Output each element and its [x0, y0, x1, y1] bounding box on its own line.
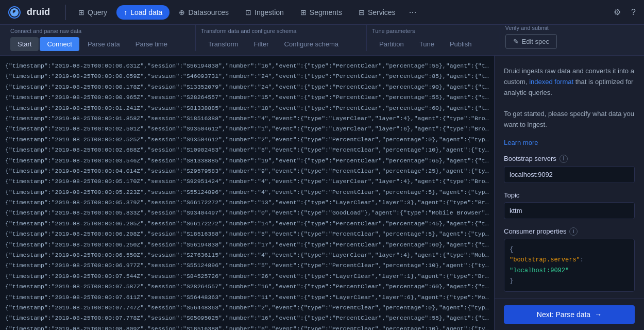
nav-label-query: Query: [88, 8, 107, 16]
wizard-divider-3: [500, 25, 500, 51]
data-line: {"timestamp":"2019-08-25T00:00:00.031Z",…: [5, 61, 489, 71]
top-nav: druid ⊞ Query ↑ Load data ⊕ Datasources …: [0, 0, 644, 25]
data-line: {"timestamp":"2019-08-25T00:00:00.178Z",…: [5, 82, 489, 92]
data-line: {"timestamp":"2019-08-25T00:00:07.778Z",…: [5, 313, 489, 323]
nav-divider: [65, 5, 66, 20]
topic-label: Topic: [504, 191, 635, 199]
edit-spec-label: Edit spec: [522, 38, 549, 45]
data-line: {"timestamp":"2019-08-25T00:00:00.059Z",…: [5, 71, 489, 81]
data-line: {"timestamp":"2019-08-25T00:00:06.977Z",…: [5, 260, 489, 271]
indexed-format-link[interactable]: indexed format: [529, 78, 573, 86]
next-btn-arrow: →: [595, 310, 602, 319]
wizard-steps-tune: Partition Tune Publish: [372, 37, 479, 51]
services-icon: ⊟: [359, 8, 365, 16]
wizard-section-verify: Verify and submit ✎ Edit spec: [505, 25, 572, 51]
nav-item-query[interactable]: ⊞ Query: [71, 5, 114, 20]
main-content: {"timestamp":"2019-08-25T00:00:00.031Z",…: [0, 56, 644, 330]
logo-area[interactable]: druid: [6, 4, 50, 21]
wizard-step-start[interactable]: Start: [10, 37, 39, 51]
wizard-step-configure-schema[interactable]: Configure schema: [277, 37, 346, 51]
bootstrap-label-text: Bootstrap servers: [504, 155, 556, 162]
section-connect-label: Connect and parse raw data: [10, 28, 81, 34]
wizard-header: Connect and parse raw data Start Connect…: [0, 25, 644, 56]
nav-label-datasources: Datasources: [188, 8, 229, 16]
nav-item-ingestion[interactable]: ⊡ Ingestion: [238, 5, 291, 20]
nav-label-segments: Segments: [310, 8, 342, 16]
topic-field: Topic: [504, 191, 635, 219]
data-line: {"timestamp":"2019-08-25T00:00:01.241Z",…: [5, 103, 489, 113]
section-verify-label: Verify and submit: [505, 25, 549, 31]
bootstrap-input[interactable]: [504, 166, 635, 183]
code-open-brace: {: [510, 244, 629, 255]
load-data-icon: ↑: [124, 8, 127, 16]
bottom-bar: Next: Parse data →: [495, 299, 644, 330]
wizard-steps-transform: Transform Filter Configure schema: [201, 37, 346, 51]
nav-item-services[interactable]: ⊟ Services: [351, 5, 403, 20]
nav-item-segments[interactable]: ⊞ Segments: [293, 5, 349, 20]
topic-input[interactable]: [504, 202, 635, 219]
info-text-3: To get started, please specify what data…: [504, 110, 634, 128]
wizard-step-tune[interactable]: Tune: [412, 37, 442, 51]
wizard-step-transform[interactable]: Transform: [201, 37, 246, 51]
data-line: {"timestamp":"2019-08-25T00:00:07.587Z",…: [5, 282, 489, 292]
wizard-header-inner: Connect and parse raw data Start Connect…: [10, 25, 634, 55]
section-tune-label: Tune parameters: [372, 28, 415, 34]
wizard-step-partition[interactable]: Partition: [372, 37, 411, 51]
wizard-steps-verify: ✎ Edit spec: [505, 34, 557, 51]
data-line: {"timestamp":"2019-08-25T00:00:02.501Z",…: [5, 124, 489, 134]
data-line: {"timestamp":"2019-08-25T00:00:07.747Z",…: [5, 303, 489, 313]
nav-label-services: Services: [368, 8, 396, 16]
data-line: {"timestamp":"2019-08-25T00:00:01.858Z",…: [5, 113, 489, 124]
query-icon: ⊞: [78, 8, 84, 16]
consumer-props-info-icon[interactable]: i: [569, 227, 578, 236]
consumer-props-label-text: Consumer properties: [504, 227, 566, 235]
data-line: {"timestamp":"2019-08-25T00:00:02.525Z",…: [5, 135, 489, 145]
edit-spec-icon: ✎: [513, 38, 519, 45]
data-preview-panel[interactable]: {"timestamp":"2019-08-25T00:00:00.031Z",…: [0, 56, 495, 330]
wizard-section-tune: Tune parameters Partition Tune Publish: [372, 28, 495, 51]
data-line: {"timestamp":"2019-08-25T00:00:00.965Z",…: [5, 92, 489, 103]
wizard-step-publish[interactable]: Publish: [443, 37, 479, 51]
settings-icon[interactable]: ⚙: [612, 5, 623, 19]
nav-item-datasources[interactable]: ⊕ Datasources: [172, 5, 236, 20]
data-line: {"timestamp":"2019-08-25T00:00:07.544Z",…: [5, 271, 489, 282]
wizard-steps-connect: Start Connect Parse data Parse time: [10, 37, 175, 51]
wizard-section-connect: Connect and parse raw data Start Connect…: [10, 28, 190, 51]
next-parse-data-button[interactable]: Next: Parse data →: [504, 305, 635, 324]
data-line: {"timestamp":"2019-08-25T00:00:03.546Z",…: [5, 156, 489, 166]
consumer-props-code[interactable]: { "bootstrap.servers": "localhost:9092" …: [504, 239, 635, 292]
segments-icon: ⊞: [300, 8, 307, 16]
consumer-props-label: Consumer properties i: [504, 227, 635, 236]
data-line: {"timestamp":"2019-08-25T00:00:05.170Z",…: [5, 176, 489, 187]
data-line: {"timestamp":"2019-08-25T00:00:05.379Z",…: [5, 197, 489, 208]
wizard-step-connect[interactable]: Connect: [40, 37, 79, 51]
wizard-divider-1: [195, 25, 196, 51]
learn-more-link[interactable]: Learn more: [504, 139, 635, 146]
wizard-step-filter[interactable]: Filter: [247, 37, 276, 51]
data-line: {"timestamp":"2019-08-25T00:00:04.014Z",…: [5, 166, 489, 176]
nav-more-button[interactable]: ···: [405, 5, 421, 20]
bootstrap-info-icon[interactable]: i: [560, 155, 568, 163]
nav-items: ⊞ Query ↑ Load data ⊕ Datasources ⊡ Inge…: [71, 5, 612, 20]
nav-label-load-data: Load data: [130, 8, 162, 16]
druid-logo-icon: [6, 4, 23, 21]
topic-label-text: Topic: [504, 191, 519, 199]
wizard-step-parse-time[interactable]: Parse time: [128, 37, 175, 51]
wizard-section-transform: Transform data and configure schema Tran…: [201, 28, 361, 51]
consumer-props-field: Consumer properties i { "bootstrap.serve…: [504, 227, 635, 292]
data-line: {"timestamp":"2019-08-25T00:00:05.833Z",…: [5, 208, 489, 218]
data-line: {"timestamp":"2019-08-25T00:00:08.809Z",…: [5, 324, 489, 330]
nav-item-load-data[interactable]: ↑ Load data: [116, 5, 170, 20]
wizard-divider-2: [366, 25, 367, 51]
help-icon[interactable]: ?: [629, 6, 638, 19]
data-line: {"timestamp":"2019-08-25T00:00:05.223Z",…: [5, 187, 489, 197]
nav-right: ⚙ ?: [612, 5, 638, 19]
datasources-icon: ⊕: [179, 8, 185, 16]
data-line: {"timestamp":"2019-08-25T00:00:06.250Z",…: [5, 240, 489, 250]
ingestion-icon: ⊡: [245, 8, 251, 16]
wizard-step-edit-spec[interactable]: ✎ Edit spec: [505, 34, 557, 49]
logo-text: druid: [27, 7, 50, 18]
section-transform-label: Transform data and configure schema: [201, 28, 296, 34]
wizard-step-parse-data[interactable]: Parse data: [80, 37, 127, 51]
data-line: {"timestamp":"2019-08-25T00:00:06.205Z",…: [5, 219, 489, 229]
